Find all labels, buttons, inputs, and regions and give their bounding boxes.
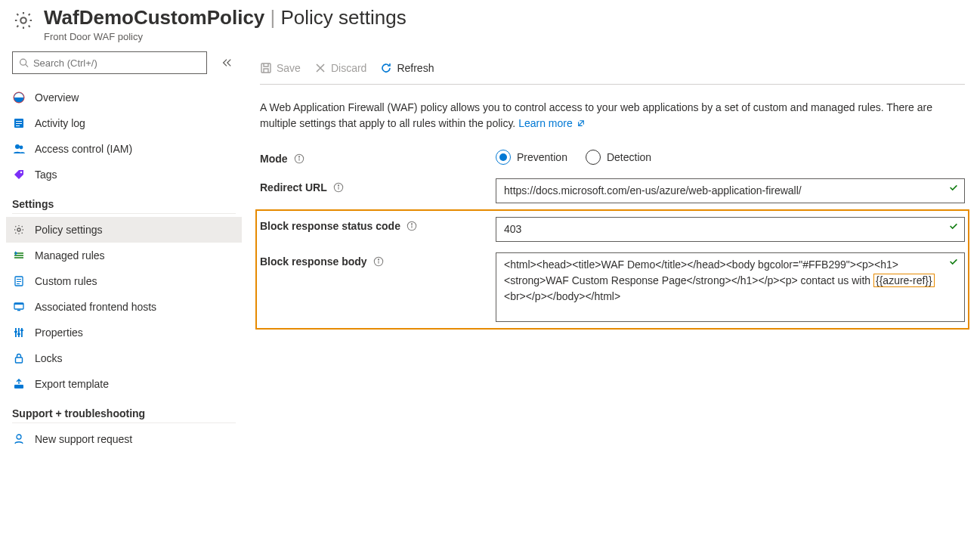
refresh-button[interactable]: Refresh [380, 62, 434, 74]
info-icon[interactable] [373, 256, 384, 267]
sidebar-item-label: Associated frontend hosts [35, 301, 156, 313]
status-code-input[interactable] [496, 217, 965, 242]
sidebar-item-label: Access control (IAM) [35, 143, 132, 155]
row-status-code: Block response status code [260, 217, 965, 242]
search-input-wrap[interactable] [12, 51, 207, 74]
sidebar-item-label: Properties [35, 327, 83, 339]
sidebar-item-label: Overview [35, 91, 79, 104]
radio-prevention[interactable]: Prevention [496, 150, 567, 165]
discard-icon [314, 62, 326, 74]
gear-icon [12, 223, 26, 237]
frontend-icon [12, 300, 26, 314]
svg-point-38 [411, 224, 412, 224]
search-icon [19, 57, 29, 68]
sidebar-item-export-template[interactable]: Export template [6, 371, 242, 397]
learn-more-link[interactable]: Learn more [518, 117, 584, 129]
sidebar-item-locks[interactable]: Locks [6, 345, 242, 371]
sidebar-item-tags[interactable]: Tags [6, 162, 242, 187]
save-button[interactable]: Save [260, 62, 301, 74]
check-icon [948, 221, 959, 231]
sidebar-item-label: Custom rules [35, 275, 97, 287]
overview-icon [12, 91, 26, 104]
sidebar-item-label: Policy settings [35, 224, 102, 236]
svg-point-11 [20, 172, 23, 174]
svg-rect-29 [261, 63, 271, 73]
page-header: WafDemoCustomPolicy | Policy settings Fr… [0, 0, 980, 51]
response-body-input[interactable]: <html><head><title>WAF Demo</title></hea… [496, 252, 965, 322]
svg-rect-7 [16, 123, 22, 124]
page-title: WafDemoCustomPolicy | Policy settings [44, 6, 407, 29]
radio-detection[interactable]: Detection [586, 150, 651, 165]
highlight-region: Block response status code Block respons… [255, 209, 969, 330]
sidebar-item-managed-rules[interactable]: Managed rules [6, 243, 242, 268]
page-subtitle: Front Door WAF policy [44, 31, 407, 42]
svg-point-12 [17, 228, 20, 231]
svg-rect-18 [14, 303, 23, 305]
svg-point-9 [15, 144, 20, 149]
svg-rect-19 [17, 310, 20, 311]
redirect-label: Redirect URL [260, 181, 327, 193]
main-content: Save Discard Refresh A Web Application F… [242, 51, 980, 452]
info-icon[interactable] [407, 221, 417, 231]
export-icon [12, 377, 26, 391]
mode-label: Mode [260, 153, 288, 165]
sidebar-item-label: New support request [35, 433, 132, 445]
svg-rect-26 [16, 357, 23, 363]
refresh-icon [380, 62, 392, 74]
redirect-url-input[interactable] [496, 178, 965, 203]
status-code-label: Block response status code [260, 220, 400, 232]
managed-rules-icon [12, 249, 26, 262]
svg-line-2 [26, 64, 28, 67]
sidebar-item-label: Tags [35, 169, 57, 181]
sidebar-item-frontend-hosts[interactable]: Associated frontend hosts [6, 294, 242, 320]
svg-rect-6 [16, 121, 22, 122]
collapse-sidebar-button[interactable] [218, 54, 236, 72]
svg-point-35 [338, 185, 339, 186]
sidebar-item-overview[interactable]: Overview [6, 85, 242, 110]
check-icon [948, 256, 959, 267]
support-icon [12, 432, 26, 446]
intro-text: A Web Application Firewall (WAF) policy … [260, 100, 965, 132]
lock-icon [12, 351, 26, 365]
sidebar-item-properties[interactable]: Properties [6, 320, 242, 345]
svg-point-41 [378, 259, 379, 260]
info-icon[interactable] [333, 182, 344, 193]
row-mode: Mode Prevention Detection [260, 150, 965, 165]
response-body-label: Block response body [260, 255, 367, 268]
iam-icon [12, 142, 26, 156]
svg-rect-8 [16, 125, 20, 126]
tag-icon [12, 168, 26, 181]
log-icon [12, 116, 26, 130]
sidebar-item-policy-settings[interactable]: Policy settings [6, 217, 242, 243]
azure-ref-placeholder: {{azure-ref}} [873, 274, 935, 287]
search-input[interactable] [33, 57, 200, 69]
svg-rect-24 [17, 333, 20, 335]
svg-rect-21 [18, 328, 20, 337]
gear-icon [12, 9, 35, 32]
svg-point-28 [17, 435, 21, 439]
row-response-body: Block response body <html><head><title>W… [260, 252, 965, 322]
svg-rect-15 [17, 281, 21, 282]
sidebar-group-settings: Settings [12, 187, 236, 214]
sidebar-item-activity-log[interactable]: Activity log [6, 110, 242, 136]
properties-icon [12, 326, 26, 339]
svg-point-1 [20, 59, 26, 65]
check-icon [948, 182, 959, 193]
svg-point-0 [20, 17, 26, 23]
toolbar: Save Discard Refresh [260, 51, 965, 85]
sidebar-item-custom-rules[interactable]: Custom rules [6, 268, 242, 294]
svg-rect-25 [20, 330, 23, 331]
svg-point-32 [298, 156, 299, 157]
info-icon[interactable] [294, 153, 305, 164]
sidebar-item-iam[interactable]: Access control (IAM) [6, 136, 242, 162]
svg-point-10 [20, 146, 23, 150]
sidebar-item-label: Export template [35, 378, 109, 390]
sidebar-group-support: Support + troubleshooting [12, 397, 236, 423]
sidebar-item-label: Managed rules [35, 249, 105, 262]
custom-rules-icon [12, 274, 26, 288]
sidebar-item-support-request[interactable]: New support request [6, 426, 242, 452]
sidebar: Overview Activity log Access control (IA… [0, 51, 242, 452]
svg-rect-16 [17, 283, 20, 284]
svg-rect-27 [14, 385, 23, 388]
discard-button[interactable]: Discard [314, 62, 366, 74]
